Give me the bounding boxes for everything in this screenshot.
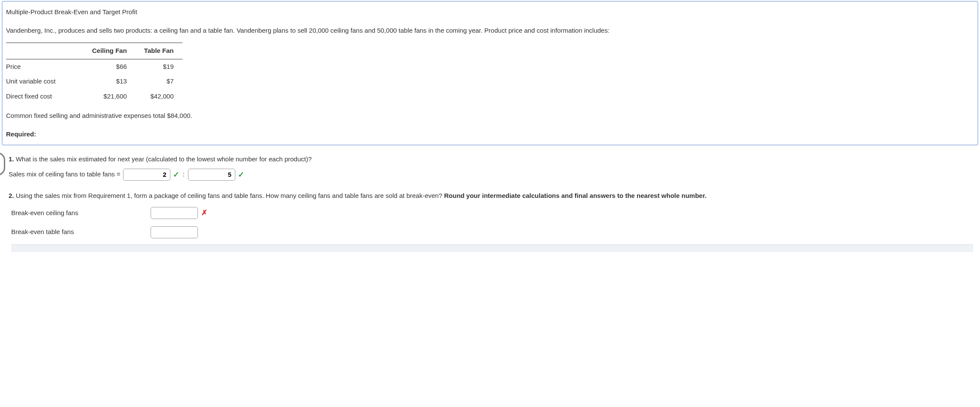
row-ceiling-value: $66 (83, 59, 136, 74)
breakeven-answers: Break-even ceiling fans ✗ Break-even tab… (9, 206, 973, 238)
breakeven-ceiling-row: Break-even ceiling fans ✗ (9, 206, 973, 220)
row-table-value: $7 (136, 74, 182, 89)
table-header-ceiling: Ceiling Fan (83, 43, 136, 59)
sales-mix-ceiling-input[interactable] (123, 169, 170, 181)
check-icon: ✓ (173, 167, 179, 182)
row-label: Direct fixed cost (6, 89, 83, 104)
row-ceiling-value: $21,600 (83, 89, 136, 104)
breakeven-table-row: Break-even table fans (9, 226, 973, 238)
question-2-text: 2. Using the sales mix from Requirement … (9, 190, 973, 202)
questions-section: 1. What is the sales mix estimated for n… (0, 153, 980, 252)
table-header-row: Ceiling Fan Table Fan (6, 43, 182, 59)
table-header-blank (6, 43, 83, 59)
row-ceiling-value: $13 (83, 74, 136, 89)
check-icon: ✓ (238, 167, 244, 182)
problem-description: Vandenberg, Inc., produces and sells two… (6, 25, 974, 37)
question-prompt-part1: Using the sales mix from Requirement 1, … (14, 192, 444, 199)
question-number: 2. (9, 192, 14, 199)
question-prompt-bold: Round your intermediate calculations and… (444, 192, 706, 199)
common-fixed-text: Common fixed selling and administrative … (6, 110, 974, 122)
problem-statement-box: Multiple-Product Break-Even and Target P… (2, 1, 978, 145)
question-1: 1. What is the sales mix estimated for n… (9, 153, 973, 182)
question-prompt: What is the sales mix estimated for next… (14, 155, 312, 163)
ratio-separator: : (182, 168, 185, 181)
row-label: Price (6, 59, 83, 74)
row-table-value: $42,000 (136, 89, 182, 104)
table-row: Price $66 $19 (6, 59, 182, 74)
question-1-text: 1. What is the sales mix estimated for n… (9, 153, 973, 166)
sales-mix-label: Sales mix of ceiling fans to table fans … (9, 168, 120, 181)
x-icon: ✗ (201, 206, 207, 220)
required-label: Required: (6, 128, 974, 141)
question-2: 2. Using the sales mix from Requirement … (9, 190, 973, 252)
row-label: Unit variable cost (6, 74, 83, 89)
question-1-answer-row: Sales mix of ceiling fans to table fans … (9, 167, 973, 182)
sales-mix-table-input[interactable] (188, 169, 235, 181)
feedback-bar (11, 244, 973, 252)
table-header-table: Table Fan (136, 43, 182, 59)
problem-title: Multiple-Product Break-Even and Target P… (6, 6, 974, 18)
table-row: Unit variable cost $13 $7 (6, 74, 182, 89)
breakeven-ceiling-input[interactable] (151, 207, 198, 219)
breakeven-table-label: Break-even table fans (9, 226, 151, 238)
question-number: 1. (9, 155, 14, 163)
cost-data-table: Ceiling Fan Table Fan Price $66 $19 Unit… (6, 43, 182, 104)
table-row: Direct fixed cost $21,600 $42,000 (6, 89, 182, 104)
row-table-value: $19 (136, 59, 182, 74)
breakeven-table-input[interactable] (151, 226, 198, 238)
breakeven-ceiling-label: Break-even ceiling fans (9, 207, 151, 219)
paren-decoration-icon (0, 152, 5, 176)
